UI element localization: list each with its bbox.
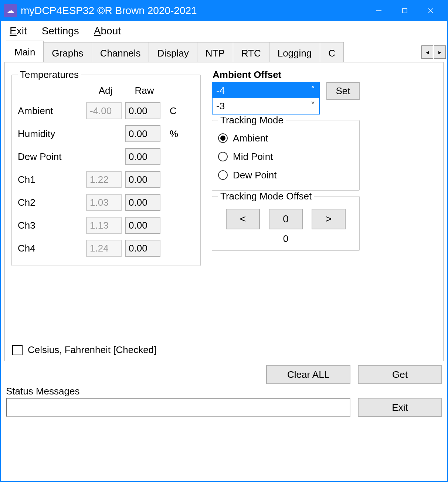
menu-about[interactable]: About xyxy=(94,25,121,37)
label-ambient: Ambient xyxy=(18,105,86,117)
ch3-adj: 1.13 xyxy=(86,217,122,234)
tracking-offset-decrement[interactable]: < xyxy=(226,209,260,229)
humidity-raw[interactable]: 0.00 xyxy=(125,125,160,142)
ambient-unit: C xyxy=(164,105,186,117)
status-area: Status Messages Exit xyxy=(1,384,447,417)
ambient-offset-item-next[interactable]: -3 ˅ xyxy=(213,98,319,114)
row-ch2: Ch2 1.03 0.00 xyxy=(18,191,194,214)
ch2-adj: 1.03 xyxy=(86,194,122,211)
tab-logging[interactable]: Logging xyxy=(269,42,320,62)
ambient-offset-title: Ambient Offset xyxy=(213,69,437,81)
row-ch4: Ch4 1.24 0.00 xyxy=(18,237,194,260)
label-ch1: Ch1 xyxy=(18,174,86,185)
temperatures-group: Temperatures Adj Raw Ambient -4.00 0.00 … xyxy=(11,69,201,266)
status-messages-box xyxy=(6,398,350,417)
tab-main[interactable]: Main xyxy=(6,41,44,61)
menu-settings[interactable]: Settings xyxy=(42,25,79,37)
tracking-offset-display: 0 xyxy=(269,209,303,229)
checkbox-icon[interactable] xyxy=(12,345,23,355)
ch1-adj: 1.22 xyxy=(86,171,122,188)
temperatures-legend: Temperatures xyxy=(18,69,81,81)
col-adj: Adj xyxy=(86,85,125,96)
main-panel: Temperatures Adj Raw Ambient -4.00 0.00 … xyxy=(4,62,444,361)
window-title: myDCP4ESP32 ©R Brown 2020-2021 xyxy=(21,5,197,17)
ch2-raw[interactable]: 0.00 xyxy=(125,194,160,211)
spin-up-icon[interactable]: ˄ xyxy=(308,85,315,96)
app-icon: ☁ xyxy=(4,4,17,17)
tracking-offset-legend: Tracking Mode Offset xyxy=(218,191,314,202)
ambient-raw[interactable]: 0.00 xyxy=(125,102,160,119)
radio-icon xyxy=(218,152,228,161)
tab-display[interactable]: Display xyxy=(149,42,197,62)
svg-rect-1 xyxy=(403,8,407,13)
get-button[interactable]: Get xyxy=(358,365,442,384)
col-raw: Raw xyxy=(125,85,164,96)
humidity-unit: % xyxy=(164,128,186,140)
ch3-raw[interactable]: 0.00 xyxy=(125,217,160,234)
temp-unit-checkbox-row[interactable]: Celsius, Fahrenheit [Checked] xyxy=(12,344,156,356)
radio-icon xyxy=(218,133,228,143)
menu-exit[interactable]: Exit xyxy=(10,25,27,37)
titlebar: ☁ myDCP4ESP32 ©R Brown 2020-2021 xyxy=(1,1,447,21)
tab-graphs[interactable]: Graphs xyxy=(43,42,92,62)
tracking-mode-dewpoint[interactable]: Dew Point xyxy=(218,166,353,184)
tracking-offset-increment[interactable]: > xyxy=(312,209,346,229)
radio-icon xyxy=(218,170,228,180)
tab-scroll: ◂ ▸ xyxy=(421,42,446,62)
ambient-offset-item-selected[interactable]: -4 ˄ xyxy=(213,83,319,98)
tab-strip: Main Graphs Channels Display NTP RTC Log… xyxy=(1,42,447,62)
row-dewpoint: Dew Point 0.00 xyxy=(18,145,194,168)
maximize-button[interactable] xyxy=(392,1,418,21)
menu-bar: Exit Settings About xyxy=(1,21,447,42)
close-button[interactable] xyxy=(418,1,444,21)
tracking-offset-group: Tracking Mode Offset < 0 > 0 xyxy=(212,191,360,251)
label-ch3: Ch3 xyxy=(18,220,86,231)
label-humidity: Humidity xyxy=(18,128,86,140)
dewpoint-raw[interactable]: 0.00 xyxy=(125,148,160,165)
row-ch3: Ch3 1.13 0.00 xyxy=(18,214,194,237)
tracking-mode-legend: Tracking Mode xyxy=(218,114,286,126)
tab-scroll-right[interactable]: ▸ xyxy=(434,45,446,59)
tab-ntp[interactable]: NTP xyxy=(197,42,233,62)
ambient-offset-list[interactable]: -4 ˄ -3 ˅ xyxy=(212,82,320,114)
label-dewpoint: Dew Point xyxy=(18,151,86,163)
row-humidity: Humidity 0.00 % xyxy=(18,122,194,145)
ambient-offset-set-button[interactable]: Set xyxy=(326,82,360,100)
label-ch4: Ch4 xyxy=(18,243,86,254)
spin-down-icon[interactable]: ˅ xyxy=(308,100,315,112)
bottom-buttons: Clear ALL Get xyxy=(1,365,447,384)
tracking-mode-ambient[interactable]: Ambient xyxy=(218,129,353,147)
exit-button[interactable]: Exit xyxy=(358,398,442,417)
row-ambient: Ambient -4.00 0.00 C xyxy=(18,99,194,122)
minimize-button[interactable] xyxy=(366,1,392,21)
tracking-offset-current: 0 xyxy=(218,233,353,245)
tab-rtc[interactable]: RTC xyxy=(233,42,269,62)
tab-overflow[interactable]: C xyxy=(320,42,344,62)
label-ch2: Ch2 xyxy=(18,197,86,208)
tracking-mode-group: Tracking Mode Ambient Mid Point Dew Poin… xyxy=(212,114,360,191)
temp-unit-checkbox-label: Celsius, Fahrenheit [Checked] xyxy=(28,344,156,356)
ch1-raw[interactable]: 0.00 xyxy=(125,171,160,188)
ch4-raw[interactable]: 0.00 xyxy=(125,240,160,257)
clear-all-button[interactable]: Clear ALL xyxy=(266,365,350,384)
row-ch1: Ch1 1.22 0.00 xyxy=(18,168,194,191)
ch4-adj: 1.24 xyxy=(86,240,122,257)
tracking-mode-midpoint[interactable]: Mid Point xyxy=(218,147,353,166)
tab-channels[interactable]: Channels xyxy=(92,42,149,62)
ambient-adj: -4.00 xyxy=(86,102,122,119)
tab-scroll-left[interactable]: ◂ xyxy=(421,45,433,59)
status-label: Status Messages xyxy=(6,386,442,397)
